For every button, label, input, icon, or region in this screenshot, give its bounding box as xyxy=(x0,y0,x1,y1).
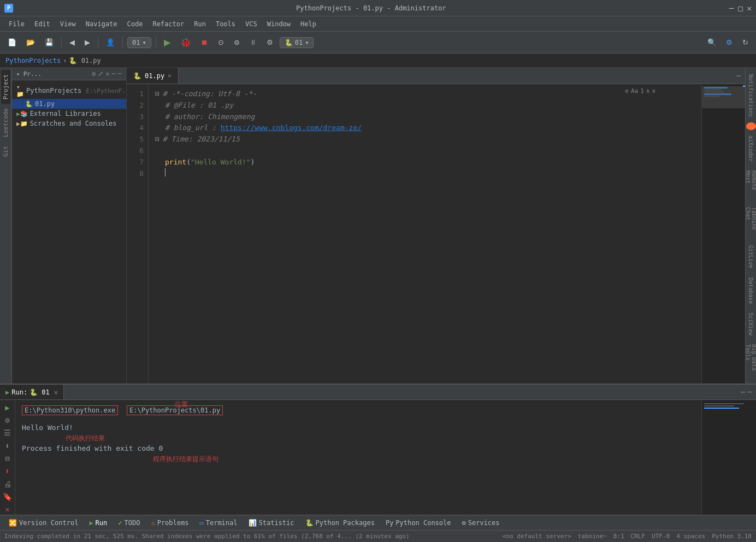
problems-label: Problems xyxy=(157,519,189,527)
menu-code[interactable]: Code xyxy=(123,19,147,30)
maximize-button[interactable]: □ xyxy=(738,4,742,13)
run-list-button[interactable]: ☰ xyxy=(2,428,13,438)
open-button[interactable]: 📂 xyxy=(23,36,38,49)
editor-tab-01py[interactable]: 🐍 01.py ✕ xyxy=(127,68,179,84)
settings-button[interactable]: ⚙ xyxy=(263,36,276,49)
code-content[interactable]: ⊟ # -*-coding: Utf-8 -*- # @File : 01 .p… xyxy=(149,84,701,384)
debug-button[interactable]: 🐞 xyxy=(177,35,194,50)
menu-window[interactable]: Window xyxy=(263,19,295,30)
profile-button[interactable]: ⊚ xyxy=(231,36,243,49)
prev-match-icon[interactable]: ∧ xyxy=(646,86,650,96)
coverage-button[interactable]: ⊙ xyxy=(215,36,227,49)
minimize-button[interactable]: ─ xyxy=(729,4,734,13)
bottom-panel-more[interactable]: ⋯ xyxy=(741,388,745,396)
menu-vcs[interactable]: VCS xyxy=(241,19,262,30)
status-line-col[interactable]: 8:1 xyxy=(613,533,624,540)
panel-gear-icon[interactable]: ✕ xyxy=(105,70,109,78)
sidebar-tabnine[interactable]: Tabnine Chat xyxy=(744,203,757,241)
services-label: Services xyxy=(468,519,500,527)
sidebar-remote-host[interactable]: Remote Host xyxy=(744,166,757,202)
toolbar-python-packages[interactable]: 🐍 Python Packages xyxy=(301,518,379,528)
tree-scratches[interactable]: ▶📁 Scratches and Consoles xyxy=(12,119,126,128)
toolbar-todo[interactable]: ✓ TODO xyxy=(114,518,144,528)
panel-minimize-icon[interactable]: ─ xyxy=(118,70,122,78)
menu-file[interactable]: File xyxy=(4,19,29,30)
menu-refactor[interactable]: Refactor xyxy=(148,19,188,30)
run-remove-button[interactable]: ✕ xyxy=(2,504,13,515)
no-match-icon: ⊘ xyxy=(625,86,629,96)
match-case-icon[interactable]: Aa xyxy=(631,86,638,96)
bottom-tab-run[interactable]: ▶ Run: 🐍 01 ✕ xyxy=(0,385,64,399)
code-empty-6 xyxy=(165,145,169,157)
user-button[interactable]: 👤 xyxy=(103,36,118,49)
toolbar-run[interactable]: ▶ Run xyxy=(85,518,111,528)
problems-icon: ⚠ xyxy=(151,519,155,527)
next-match-icon[interactable]: ∨ xyxy=(652,86,655,96)
menu-view[interactable]: View xyxy=(56,19,80,30)
pause-button[interactable]: ⏸ xyxy=(246,36,260,49)
forward-button[interactable]: ▶ xyxy=(81,36,93,49)
sidebar-notifications[interactable]: Notifications xyxy=(747,70,755,121)
run-clear-button[interactable]: 🖨 xyxy=(2,479,13,489)
status-line-endings[interactable]: CRLF xyxy=(631,533,646,540)
tab-close-button[interactable]: ✕ xyxy=(168,72,172,79)
tab-more-button[interactable]: ⋯ xyxy=(732,72,745,80)
editor-area: 🐍 01.py ✕ ⋯ 1 2 3 4 5 6 7 8 ⊟ # -*-codi xyxy=(127,68,745,384)
save-button[interactable]: 💾 xyxy=(42,36,57,49)
search-everywhere-button[interactable]: 🔍 xyxy=(704,36,719,49)
sidebar-sciview[interactable]: SciView xyxy=(747,308,755,340)
menu-navigate[interactable]: Navigate xyxy=(81,19,122,30)
run-settings-button[interactable]: ⚙ xyxy=(2,415,13,425)
panel-more-icon[interactable]: ⋯ xyxy=(112,70,116,78)
tree-file-01[interactable]: 🐍 01.py xyxy=(12,99,126,109)
run-bookmark-button[interactable]: 🔖 xyxy=(2,491,13,502)
code-url[interactable]: https://www.cnblogs.com/dream-ze/ xyxy=(221,122,362,134)
run-config[interactable]: 🐍 01 ▾ xyxy=(280,37,314,48)
run-stop-button[interactable]: ⬇ xyxy=(2,466,13,476)
run-icon-bt: ▶ xyxy=(89,519,93,527)
run-button[interactable]: ▶ xyxy=(161,35,174,50)
menu-edit[interactable]: Edit xyxy=(30,19,55,30)
statistic-icon: 📊 xyxy=(249,519,257,527)
settings-gear-button[interactable]: ⚙ xyxy=(723,36,736,49)
toolbar-version-control[interactable]: 🔀 Version Control xyxy=(4,518,82,528)
status-python-version[interactable]: Python 3.10 xyxy=(712,533,752,540)
toolbar-terminal[interactable]: ▭ Terminal xyxy=(195,518,241,528)
toolbar-problems[interactable]: ⚠ Problems xyxy=(146,518,193,528)
run-scroll-button[interactable]: ⬇ xyxy=(2,440,13,451)
run-rerun-button[interactable]: ▶ xyxy=(2,402,13,413)
menu-help[interactable]: Help xyxy=(296,19,321,30)
tree-external-libs[interactable]: ▶📚 External Libraries xyxy=(12,109,126,119)
panel-expand-icon[interactable]: ⤢ xyxy=(98,70,103,78)
status-indent[interactable]: 4 spaces xyxy=(676,533,705,540)
status-encoding[interactable]: UTF-8 xyxy=(652,533,670,540)
tree-file-label: 01.py xyxy=(35,100,55,108)
sidebar-aixcoder[interactable]: aiXcoder xyxy=(747,131,755,166)
update-button[interactable]: ↻ xyxy=(739,36,752,49)
stop-button[interactable]: ⏹ xyxy=(198,36,211,49)
window-controls[interactable]: ─ □ ✕ xyxy=(729,4,752,13)
todo-icon: ✓ xyxy=(118,519,122,527)
branch-selector[interactable]: 01 ▾ xyxy=(127,37,151,48)
sidebar-bigdata[interactable]: Big Data Tools xyxy=(744,340,757,384)
tree-root[interactable]: ▾📁 PythonProjects E:\PythonF... xyxy=(12,83,126,99)
run-filter-button[interactable]: ⊟ xyxy=(2,453,13,463)
sidebar-database[interactable]: Database xyxy=(747,273,755,308)
run-tab-close[interactable]: ✕ xyxy=(54,388,58,396)
breadcrumb-project[interactable]: PythonProjects xyxy=(5,57,61,64)
toolbar-services[interactable]: ⚙ Services xyxy=(458,518,504,528)
close-button[interactable]: ✕ xyxy=(747,4,752,13)
menu-tools[interactable]: Tools xyxy=(211,19,240,30)
toolbar-python-console[interactable]: Py Python Console xyxy=(381,518,456,528)
bottom-panel-minimize[interactable]: ─ xyxy=(747,388,752,396)
panel-settings-icon[interactable]: ⚙ xyxy=(92,70,96,78)
back-button[interactable]: ◀ xyxy=(66,36,78,49)
tab-leetcode[interactable]: Leetcode xyxy=(1,104,10,142)
minimap-line-2 xyxy=(704,89,722,91)
tab-project[interactable]: Project xyxy=(1,70,10,104)
new-file-button[interactable]: 📄 xyxy=(4,36,20,49)
sidebar-gitlive[interactable]: GitLive xyxy=(747,241,755,273)
toolbar-statistic[interactable]: 📊 Statistic xyxy=(244,518,299,528)
tab-git[interactable]: Git xyxy=(1,142,10,161)
menu-run[interactable]: Run xyxy=(190,19,210,30)
